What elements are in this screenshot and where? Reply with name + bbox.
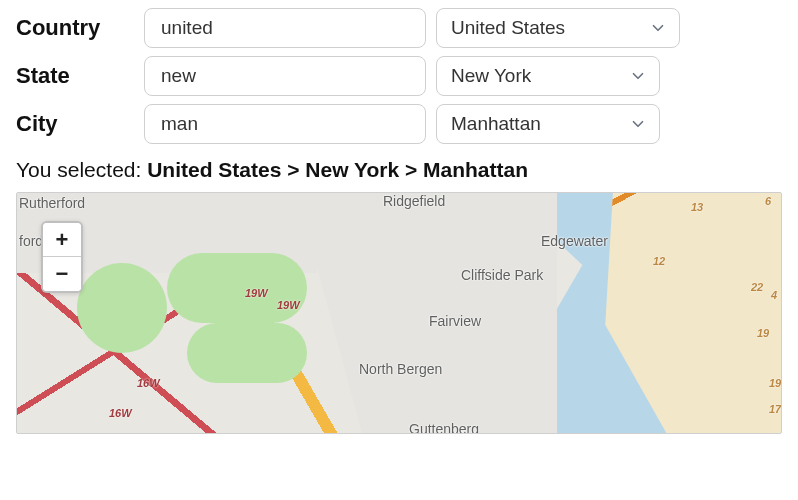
row-city: City Manhattan [16,104,782,144]
city-input-field[interactable] [159,112,411,136]
state-select[interactable]: New York [436,56,660,96]
route-shield: 16W [109,407,132,419]
chevron-down-icon [649,19,667,37]
route-shield: 6 [765,195,771,207]
city-input[interactable] [144,104,426,144]
city-select[interactable]: Manhattan [436,104,660,144]
row-state: State New York [16,56,782,96]
place-label-northbergen: North Bergen [359,361,442,377]
chevron-down-icon [629,115,647,133]
summary-path: United States > New York > Manhattan [147,158,528,181]
country-select-value: United States [451,17,565,39]
map-park [77,263,167,353]
place-label-ford: ford [19,233,43,249]
chevron-down-icon [629,67,647,85]
route-shield: 22 [751,281,763,293]
state-input[interactable] [144,56,426,96]
selection-summary: You selected: United States > New York >… [0,152,798,192]
route-shield: 19W [245,287,268,299]
zoom-out-button[interactable]: − [43,257,81,291]
route-shield: 16W [137,377,160,389]
map-zoom-control: + − [41,221,83,293]
country-select[interactable]: United States [436,8,680,48]
map-container: Rutherford ford Ridgefield Edgewater Cli… [16,192,782,434]
map-park [167,253,307,323]
summary-prefix: You selected: [16,158,147,181]
place-label-edgewater: Edgewater [541,233,608,249]
city-select-value: Manhattan [451,113,541,135]
route-shield: 12 [653,255,665,267]
country-input[interactable] [144,8,426,48]
map-park [187,323,307,383]
route-shield: 17 [769,403,781,415]
row-country: Country United States [16,8,782,48]
place-label-cliffside: Cliffside Park [461,267,543,283]
route-shield: 4 [771,289,777,301]
label-city: City [16,111,144,137]
place-label-fairview: Fairview [429,313,481,329]
route-shield: 19 [757,327,769,339]
route-shield: 19W [277,299,300,311]
location-form: Country United States State New York Cit… [0,8,798,144]
place-label-rutherford: Rutherford [19,195,85,211]
country-input-field[interactable] [159,16,411,40]
state-input-field[interactable] [159,64,411,88]
zoom-in-button[interactable]: + [43,223,81,257]
route-shield: 19 [769,377,781,389]
label-country: Country [16,15,144,41]
route-shield: 13 [691,201,703,213]
place-label-guttenberg: Guttenberg [409,421,479,434]
label-state: State [16,63,144,89]
map[interactable]: Rutherford ford Ridgefield Edgewater Cli… [17,193,781,433]
place-label-ridgefield: Ridgefield [383,193,445,209]
state-select-value: New York [451,65,531,87]
